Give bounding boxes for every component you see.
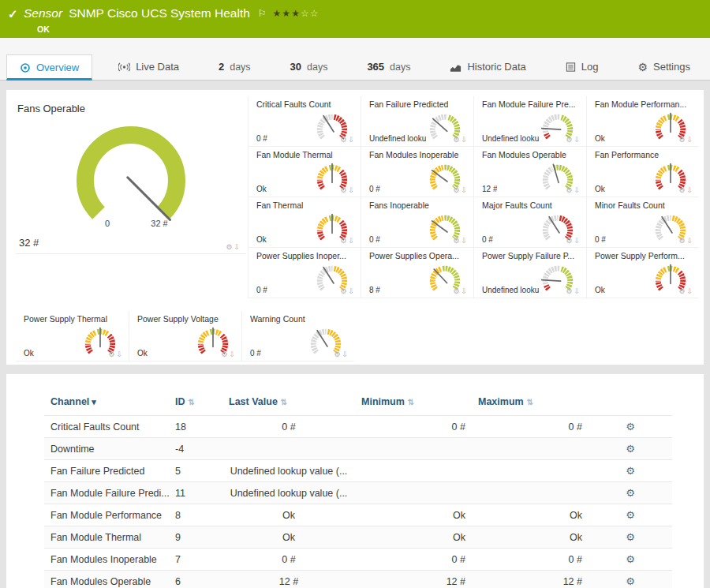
column-header-channel[interactable]: Channel▾	[44, 393, 169, 416]
channel-name[interactable]: Fan Module Failure Predi...	[44, 482, 169, 504]
gauge-value: 0 #	[482, 235, 493, 244]
channel-last-value	[222, 438, 355, 460]
gauge-title: Fan Modules Operable	[482, 150, 581, 159]
priority-stars[interactable]: ★★★☆☆	[273, 8, 320, 19]
gauge-export-icon[interactable]: ⇩	[229, 350, 237, 358]
channel-name[interactable]: Fan Modules Inoperable	[44, 549, 169, 571]
gauge-settings-icon[interactable]: ⚙	[453, 237, 461, 245]
gauge-value: 0 #	[369, 235, 380, 244]
channel-name[interactable]: Fan Module Performance	[44, 504, 169, 526]
gauge-export-icon[interactable]: ⇩	[234, 243, 241, 251]
column-header-minimum[interactable]: Minimum⇅	[355, 393, 472, 416]
channel-id: 6	[169, 571, 222, 588]
gauge-export-icon[interactable]: ⇩	[348, 136, 356, 144]
star-filled-icon[interactable]: ★	[273, 8, 282, 19]
gauge-settings-icon[interactable]: ⚙	[221, 350, 229, 358]
gauge-value: 0 #	[369, 185, 380, 193]
tab-log[interactable]: Log	[552, 54, 612, 80]
column-header-last-value[interactable]: Last Value⇅	[222, 393, 355, 416]
gauge-export-icon[interactable]: ⇩	[461, 186, 469, 194]
gauge-export-icon[interactable]: ⇩	[686, 237, 694, 245]
channel-settings-icon[interactable]: ⚙	[626, 553, 635, 565]
channel-name[interactable]: Fan Failure Predicted	[44, 460, 169, 482]
gauge-segment	[546, 286, 548, 290]
channel-settings-icon[interactable]: ⚙	[626, 531, 635, 543]
gauge-settings-icon[interactable]: ⚙	[340, 237, 348, 245]
gauge-title: Fan Module Failure Pre...	[482, 99, 581, 109]
gauge-export-icon[interactable]: ⇩	[574, 136, 581, 144]
gauge-settings-icon[interactable]: ⚙	[678, 186, 686, 194]
gauge-settings-icon[interactable]: ⚙	[340, 186, 348, 194]
channel-settings-icon[interactable]: ⚙	[626, 487, 635, 499]
gauge-settings-icon[interactable]: ⚙	[340, 287, 348, 295]
gauge-settings-icon[interactable]: ⚙	[566, 136, 574, 144]
gauge-settings-icon[interactable]: ⚙	[108, 350, 116, 358]
channel-name[interactable]: Downtime	[44, 438, 169, 460]
channel-actions-cell: ⚙	[589, 482, 672, 504]
star-empty-icon[interactable]: ☆	[310, 8, 320, 19]
gauge-settings-icon[interactable]: ⚙	[334, 350, 342, 358]
star-filled-icon[interactable]: ★	[282, 8, 291, 19]
gauge-settings-icon[interactable]: ⚙	[226, 243, 234, 251]
channel-name[interactable]: Fan Module Thermal	[44, 526, 169, 549]
gauge-settings-icon[interactable]: ⚙	[678, 237, 686, 245]
tab-bar: Overview Live Data 2 days 30 days 365 da…	[0, 54, 710, 80]
star-filled-icon[interactable]: ★	[291, 8, 301, 19]
tab-30-days[interactable]: 30 days	[277, 54, 342, 80]
gauge-cell: Minor Faults Count0 #⚙⇩	[586, 197, 699, 248]
channel-settings-icon[interactable]: ⚙	[626, 509, 635, 521]
gauge-cell: Fan Modules Inoperable0 #⚙⇩	[361, 147, 473, 197]
table-row: Fan Module Thermal9OkOkOk⚙	[44, 526, 672, 549]
gauge-export-icon[interactable]: ⇩	[574, 186, 581, 194]
star-empty-icon[interactable]: ☆	[301, 8, 310, 19]
gauge-export-icon[interactable]: ⇩	[574, 287, 581, 295]
gauge-actions: ⚙⇩	[334, 350, 349, 358]
gauge-export-icon[interactable]: ⇩	[686, 186, 694, 194]
tab-settings[interactable]: ⚙ Settings	[624, 54, 704, 80]
channel-settings-icon[interactable]: ⚙	[626, 465, 635, 477]
gauge-actions: ⚙⇩	[678, 237, 694, 245]
gauge-export-icon[interactable]: ⇩	[348, 237, 356, 245]
channel-settings-icon[interactable]: ⚙	[626, 443, 635, 455]
tab-label: Historic Data	[467, 61, 525, 73]
live-data-icon	[118, 62, 130, 73]
gauge-settings-icon[interactable]: ⚙	[678, 136, 686, 144]
channel-settings-icon[interactable]: ⚙	[626, 421, 635, 433]
gauge-export-icon[interactable]: ⇩	[348, 287, 356, 295]
channel-maximum: 0 #	[472, 549, 589, 571]
table-row: Fan Module Performance8OkOkOk⚙	[44, 504, 672, 526]
channel-settings-icon[interactable]: ⚙	[626, 575, 635, 587]
gauge-settings-icon[interactable]: ⚙	[453, 186, 461, 194]
tab-overview[interactable]: Overview	[6, 54, 92, 81]
gauge-export-icon[interactable]: ⇩	[686, 287, 694, 295]
column-header-maximum[interactable]: Maximum⇅	[472, 393, 589, 416]
gauge-settings-icon[interactable]: ⚙	[340, 136, 348, 144]
gauge-value: Ok	[24, 349, 34, 358]
tab-2-days[interactable]: 2 days	[205, 54, 264, 80]
channel-minimum: Ok	[355, 504, 472, 526]
gauge-settings-icon[interactable]: ⚙	[453, 287, 461, 295]
tab-number: 365	[367, 61, 384, 73]
channel-name[interactable]: Fan Modules Operable	[44, 571, 169, 588]
gauge-export-icon[interactable]: ⇩	[116, 350, 124, 358]
gauge-settings-icon[interactable]: ⚙	[566, 287, 574, 295]
gauge-settings-icon[interactable]: ⚙	[566, 237, 574, 245]
gauge-settings-icon[interactable]: ⚙	[566, 186, 574, 194]
column-header-id[interactable]: ID⇅	[169, 393, 222, 416]
gauge-segment	[674, 118, 678, 120]
tab-historic-data[interactable]: Historic Data	[436, 54, 539, 80]
gauge-settings-icon[interactable]: ⚙	[453, 136, 461, 144]
channel-name[interactable]: Critical Faults Count	[44, 416, 169, 438]
gauge-export-icon[interactable]: ⇩	[574, 237, 581, 245]
gauge-settings-icon[interactable]: ⚙	[678, 287, 686, 295]
tab-365-days[interactable]: 365 days	[353, 54, 424, 80]
gauge-export-icon[interactable]: ⇩	[342, 350, 349, 358]
gauge-actions: ⚙⇩	[566, 237, 581, 245]
gauge-export-icon[interactable]: ⇩	[461, 237, 469, 245]
flag-icon[interactable]: ⚐	[258, 8, 267, 19]
gauge-export-icon[interactable]: ⇩	[686, 136, 694, 144]
tab-live-data[interactable]: Live Data	[105, 54, 192, 80]
gauge-export-icon[interactable]: ⇩	[461, 287, 469, 295]
gauge-export-icon[interactable]: ⇩	[461, 136, 469, 144]
gauge-export-icon[interactable]: ⇩	[348, 186, 356, 194]
